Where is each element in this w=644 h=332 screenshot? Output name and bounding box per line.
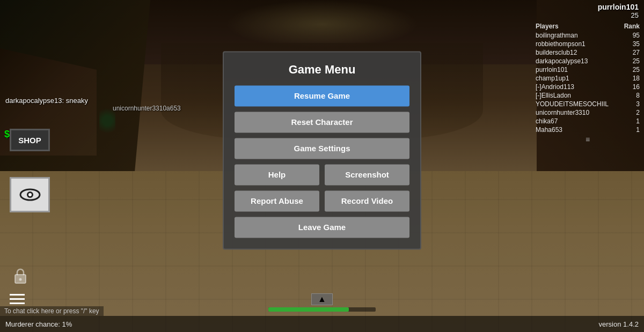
health-bar-container [268, 307, 376, 312]
up-arrow-button[interactable]: ▲ [311, 293, 333, 305]
murderer-chance-text: Murderer chance: 1% [5, 320, 72, 328]
game-settings-button[interactable]: Game Settings [235, 138, 409, 159]
leaderboard-row: unicornhunter33102 [531, 108, 644, 117]
lb-player-name: unicornhunter3310 [536, 109, 624, 116]
leaderboard-row: YODUDEITSMESOCHIIL3 [531, 100, 644, 108]
leaderboard-rows: boilingrathman95robbiethompson135builder… [531, 31, 644, 134]
report-abuse-button[interactable]: Report Abuse [235, 190, 319, 211]
leave-game-button[interactable]: Leave Game [235, 217, 409, 238]
top-right-user: purrloin101 25 [598, 3, 639, 19]
game-menu-modal: Game Menu Resume Game Reset Character Ga… [223, 51, 421, 249]
hamburger-menu[interactable] [10, 294, 25, 304]
resume-game-button[interactable]: Resume Game [235, 85, 409, 106]
lb-player-rank: 8 [624, 92, 640, 99]
lb-player-name: chika67 [536, 117, 624, 125]
lb-player-rank: 18 [624, 75, 640, 82]
eye-icon [18, 183, 42, 206]
up-arrow-icon: ▲ [318, 294, 326, 304]
lb-player-name: purrloin101 [536, 66, 624, 73]
health-bar [268, 307, 349, 312]
leaderboard-row: darkapocalypse1325 [531, 57, 644, 65]
help-screenshot-row: Help Screenshot [235, 164, 409, 185]
leaderboard-row: champ1up118 [531, 74, 644, 83]
hamburger-line-3 [10, 303, 25, 304]
username-display: purrloin101 [598, 3, 639, 11]
lb-player-rank: 3 [624, 100, 640, 108]
leaderboard-row: buildersclub1227 [531, 48, 644, 57]
lb-player-name: [-]EllisLadon [536, 92, 624, 99]
screenshot-button[interactable]: Screenshot [325, 164, 409, 185]
help-button[interactable]: Help [235, 164, 319, 185]
lb-player-name: Maha653 [536, 126, 624, 134]
version-text: version 1.4.2 [599, 320, 639, 328]
svg-point-4 [19, 278, 22, 281]
leaderboard-row: chika671 [531, 117, 644, 126]
lock-icon [10, 265, 31, 286]
shop-button[interactable]: SHOP [10, 129, 50, 151]
leaderboard-row: [-]EllisLadon8 [531, 91, 644, 100]
svg-point-2 [28, 193, 32, 196]
lb-player-name: buildersclub12 [536, 49, 624, 56]
lb-player-name: darkapocalypse13 [536, 57, 624, 65]
lb-player-rank: 95 [624, 32, 640, 39]
chat-area: darkapocalypse13: sneaky [5, 97, 88, 105]
lb-player-rank: 25 [624, 57, 640, 65]
record-video-button[interactable]: Record Video [325, 190, 409, 211]
leaderboard-row: boilingrathman95 [531, 31, 644, 40]
lb-player-name: [-]Andriod113 [536, 83, 624, 91]
lb-rank-label: Rank [624, 23, 640, 30]
lb-player-rank: 2 [624, 109, 640, 116]
game-menu-title: Game Menu [289, 63, 356, 77]
leaderboard-header: Players Rank [531, 21, 644, 31]
eye-button[interactable] [10, 177, 50, 212]
bottom-bar: Murderer chance: 1% version 1.4.2 [0, 316, 644, 332]
lb-player-rank: 25 [624, 66, 640, 73]
leaderboard-row: purrloin10125 [531, 65, 644, 74]
lb-player-rank: 35 [624, 40, 640, 48]
lb-player-name: boilingrathman [536, 32, 624, 39]
leaderboard-row: Maha6531 [531, 126, 644, 134]
leaderboard-row: robbiethompson135 [531, 40, 644, 48]
leaderboard-row: [-]Andriod11316 [531, 83, 644, 91]
lb-players-label: Players [536, 23, 559, 30]
leaderboard-panel: Players Rank boilingrathman95robbiethomp… [531, 21, 644, 145]
lb-player-name: YODUDEITSMESOCHIIL [536, 100, 624, 108]
lock-svg [11, 266, 30, 285]
player-name-tag: unicornhunter3310a653 [113, 105, 181, 112]
lb-player-name: champ1up1 [536, 75, 624, 82]
lb-player-rank: 1 [624, 126, 640, 134]
user-rank-display: 25 [598, 11, 639, 19]
chat-prompt[interactable]: To chat click here or press "/" key [0, 306, 104, 316]
lb-player-rank: 27 [624, 49, 640, 56]
lb-player-rank: 1 [624, 117, 640, 125]
chat-message: darkapocalypse13: sneaky [5, 97, 88, 105]
hamburger-line-2 [10, 298, 25, 300]
hamburger-line-1 [10, 294, 25, 296]
lb-player-name: robbiethompson1 [536, 40, 624, 48]
reset-character-button[interactable]: Reset Character [235, 112, 409, 132]
shop-label: SHOP [18, 136, 41, 145]
lb-player-rank: 16 [624, 83, 640, 91]
report-record-row: Report Abuse Record Video [235, 190, 409, 211]
lb-separator: ≡ [531, 134, 644, 145]
